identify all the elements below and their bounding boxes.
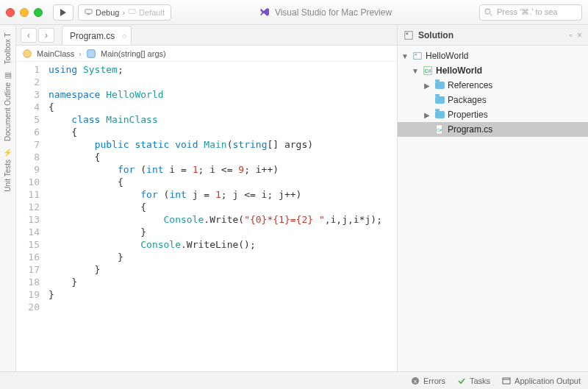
status-output-label: Application Output bbox=[514, 376, 581, 385]
tree-node[interactable]: ▶Properties bbox=[398, 107, 588, 122]
run-button[interactable] bbox=[53, 4, 74, 21]
status-application-output[interactable]: Application Output bbox=[502, 376, 581, 385]
code-editor[interactable]: 1234567891011121314151617181920 using Sy… bbox=[16, 62, 397, 371]
document-outline-icon: ▤ bbox=[4, 72, 12, 80]
solution-tree[interactable]: ▼HelloWorld▼C#HelloWorld▶ReferencesPacka… bbox=[398, 46, 588, 140]
svg-rect-9 bbox=[406, 32, 409, 35]
tree-node-label: HelloWorld bbox=[436, 65, 482, 76]
svg-rect-18 bbox=[503, 378, 510, 384]
tree-node[interactable]: C#Program.cs bbox=[398, 122, 588, 137]
configuration-selector[interactable]: Debug › Default bbox=[78, 4, 171, 21]
toolbox-icon: T bbox=[4, 32, 12, 37]
disclosure-triangle-icon[interactable]: ▶ bbox=[423, 111, 431, 119]
minimize-window-button[interactable] bbox=[20, 8, 29, 17]
folder-icon bbox=[434, 80, 445, 90]
status-tasks[interactable]: Tasks bbox=[457, 376, 490, 385]
tree-node-label: Properties bbox=[448, 110, 488, 120]
solution-panel: Solution ▫ × ▼HelloWorld▼C#HelloWorld▶Re… bbox=[397, 25, 588, 371]
titlebar: Debug › Default Visual Studio for Mac Pr… bbox=[0, 0, 588, 25]
zoom-window-button[interactable] bbox=[34, 8, 43, 17]
nav-back-button[interactable]: ‹ bbox=[21, 28, 37, 43]
svg-rect-7 bbox=[87, 49, 96, 57]
tree-node-label: References bbox=[448, 80, 492, 90]
configuration-label: Debug bbox=[96, 8, 119, 17]
project-icon: C# bbox=[423, 65, 433, 76]
svg-rect-1 bbox=[85, 10, 92, 14]
svg-marker-0 bbox=[60, 9, 66, 16]
folder-icon bbox=[434, 95, 445, 105]
breadcrumb-bar[interactable]: MainClass › Main(string[] args) bbox=[16, 46, 397, 62]
method-icon bbox=[86, 49, 96, 59]
tree-node-label: HelloWorld bbox=[426, 51, 468, 61]
window-controls bbox=[6, 8, 43, 17]
rail-tab-unit-tests[interactable]: Unit Tests ⚡ bbox=[4, 146, 12, 195]
status-bar: x Errors Tasks Application Output bbox=[0, 371, 588, 389]
svg-rect-2 bbox=[87, 14, 90, 15]
chevron-right-icon: › bbox=[79, 49, 82, 58]
folder-icon bbox=[434, 110, 445, 120]
app-title-text: Visual Studio for Mac Preview bbox=[275, 7, 392, 18]
left-sidebar-rail: Toolbox T Document Outline ▤ Unit Tests … bbox=[0, 25, 16, 371]
visual-studio-icon bbox=[259, 7, 270, 18]
editor-tab-row: ‹ › Program.cs ○ bbox=[16, 25, 397, 46]
solution-panel-title: Solution bbox=[418, 30, 453, 40]
check-icon bbox=[457, 376, 466, 385]
search-icon bbox=[484, 8, 493, 17]
tree-node[interactable]: Packages bbox=[398, 93, 588, 107]
svg-text:x: x bbox=[414, 378, 417, 385]
search-placeholder: Press '⌘.' to sea bbox=[497, 7, 557, 17]
panel-close-icon[interactable]: × bbox=[577, 30, 582, 40]
breadcrumb-class[interactable]: MainClass bbox=[37, 49, 74, 58]
code-content[interactable]: using System;namespace HelloWorld{ class… bbox=[46, 62, 397, 371]
target-icon bbox=[128, 8, 136, 16]
disclosure-triangle-icon[interactable]: ▶ bbox=[423, 82, 431, 90]
nav-forward-button[interactable]: › bbox=[38, 28, 54, 43]
error-icon: x bbox=[411, 376, 420, 385]
tree-node[interactable]: ▼HelloWorld bbox=[398, 49, 588, 63]
disclosure-triangle-icon[interactable]: ▼ bbox=[401, 52, 409, 60]
tree-node[interactable]: ▼C#HelloWorld bbox=[398, 63, 588, 78]
output-icon bbox=[502, 376, 511, 385]
tree-node[interactable]: ▶References bbox=[398, 78, 588, 93]
close-tab-icon[interactable]: ○ bbox=[122, 32, 127, 40]
rail-tab-toolbox[interactable]: Toolbox T bbox=[4, 29, 12, 68]
svg-point-4 bbox=[485, 9, 490, 14]
solution-panel-header: Solution ▫ × bbox=[398, 25, 588, 46]
status-errors[interactable]: x Errors bbox=[411, 376, 445, 385]
global-search-input[interactable]: Press '⌘.' to sea bbox=[479, 4, 582, 21]
line-number-gutter: 1234567891011121314151617181920 bbox=[16, 62, 46, 371]
svg-rect-10 bbox=[414, 53, 422, 60]
close-window-button[interactable] bbox=[6, 8, 15, 17]
play-icon bbox=[60, 9, 67, 16]
device-icon bbox=[85, 8, 93, 16]
svg-text:C#: C# bbox=[425, 68, 431, 74]
disclosure-triangle-icon[interactable]: ▼ bbox=[411, 67, 420, 75]
status-errors-label: Errors bbox=[423, 376, 445, 385]
svg-point-6 bbox=[24, 49, 32, 57]
chevron-right-icon: › bbox=[122, 8, 125, 17]
file-tab-label: Program.cs bbox=[70, 31, 115, 41]
panel-options-icon[interactable]: ▫ bbox=[570, 30, 573, 40]
csfile-icon: C# bbox=[434, 124, 445, 135]
breadcrumb-method[interactable]: Main(string[] args) bbox=[101, 49, 166, 58]
svg-rect-11 bbox=[415, 54, 417, 55]
svg-text:C#: C# bbox=[437, 128, 442, 132]
unit-tests-icon: ⚡ bbox=[4, 149, 12, 157]
tree-node-label: Program.cs bbox=[448, 124, 492, 135]
status-tasks-label: Tasks bbox=[470, 376, 490, 385]
tree-node-label: Packages bbox=[448, 95, 487, 105]
target-label: Default bbox=[139, 8, 165, 17]
file-tab-program-cs[interactable]: Program.cs ○ bbox=[62, 26, 132, 45]
svg-rect-3 bbox=[129, 10, 135, 14]
svg-rect-8 bbox=[405, 31, 413, 39]
solution-pad-icon bbox=[404, 30, 414, 40]
rail-tab-document-outline[interactable]: Document Outline ▤ bbox=[4, 69, 12, 144]
class-icon bbox=[22, 49, 32, 59]
editor-area: ‹ › Program.cs ○ MainClass › Main(string… bbox=[16, 25, 397, 371]
app-title: Visual Studio for Mac Preview bbox=[259, 7, 392, 18]
svg-line-5 bbox=[490, 13, 492, 15]
solution-icon bbox=[412, 51, 423, 61]
